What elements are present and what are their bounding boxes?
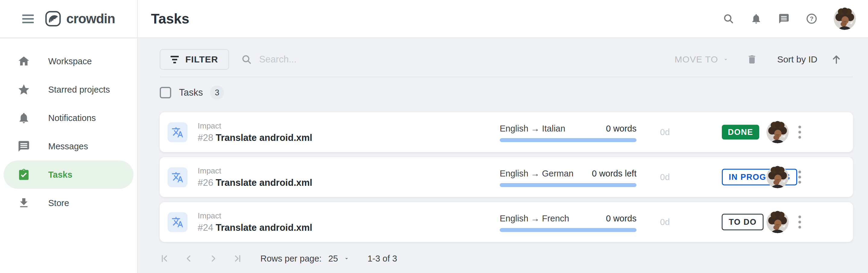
task-language-pair: English → French [500, 214, 569, 223]
move-to-label: MOVE TO [675, 54, 718, 64]
search-icon[interactable] [723, 13, 734, 24]
list-header: Tasks 3 [160, 86, 853, 99]
next-page-icon[interactable] [208, 253, 218, 264]
previous-page-icon[interactable] [184, 253, 194, 264]
task-id: #28 [198, 132, 213, 143]
task-duration: 0d [660, 127, 670, 137]
assignee-avatar[interactable] [767, 166, 789, 188]
main-content: FILTER MOVE TO Sort by ID [138, 38, 868, 273]
brand-wordmark: crowdin [66, 11, 115, 26]
move-to-dropdown[interactable]: MOVE TO [675, 54, 729, 64]
assignee-avatar[interactable] [767, 211, 789, 233]
task-progress-block: English → German 0 words left [500, 169, 637, 187]
chevron-down-icon[interactable] [343, 255, 350, 262]
task-row[interactable]: Impact #24Translate android.xml English … [160, 202, 853, 242]
sidebar-item-label: Starred projects [48, 85, 110, 95]
rows-per-page-select[interactable]: 25 [328, 254, 338, 264]
task-duration: 0d [660, 217, 670, 227]
filter-icon [170, 56, 179, 63]
pagination-range: 1-3 of 3 [367, 254, 397, 264]
row-menu-icon[interactable] [797, 124, 803, 141]
task-id: #24 [198, 222, 213, 233]
sidebar-item-notifications[interactable]: Notifications [4, 104, 133, 132]
sidebar-item-label: Messages [48, 141, 88, 152]
task-title: Translate android.xml [216, 222, 312, 233]
progress-bar [500, 228, 637, 232]
first-page-icon[interactable] [160, 253, 170, 264]
progress-bar [500, 138, 637, 142]
home-icon [18, 55, 30, 67]
topbar-brand-area: crowdin [0, 0, 138, 37]
download-icon [18, 197, 30, 209]
last-page-icon[interactable] [232, 253, 242, 264]
task-progress-block: English → French 0 words [500, 214, 637, 232]
progress-track [500, 138, 637, 142]
sidebar-item-label: Notifications [48, 113, 96, 123]
bell-icon[interactable] [750, 13, 762, 24]
progress-track [500, 183, 637, 187]
filter-label: FILTER [185, 54, 218, 64]
top-bar: crowdin Tasks ? [0, 0, 868, 38]
task-words-count: 0 words [606, 124, 637, 134]
sidebar-item-label: Workspace [48, 56, 92, 66]
select-all-checkbox[interactable] [160, 87, 171, 98]
task-list: Impact #28Translate android.xml English … [160, 112, 853, 242]
sidebar-item-tasks[interactable]: Tasks [4, 161, 133, 189]
sort-by-button[interactable]: Sort by ID [777, 54, 817, 64]
sidebar-item-messages[interactable]: Messages [4, 132, 133, 161]
task-info: Impact #24Translate android.xml [167, 211, 312, 233]
task-row[interactable]: Impact #26Translate android.xml English … [160, 157, 853, 197]
help-icon[interactable]: ? [806, 13, 817, 24]
toolbar-divider [160, 77, 853, 77]
rows-per-page-label: Rows per page: [260, 254, 321, 264]
translate-task-icon [167, 122, 187, 142]
topbar-main: Tasks ? [138, 0, 868, 37]
star-icon [18, 83, 30, 96]
toolbar: FILTER MOVE TO Sort by ID [160, 49, 853, 70]
row-menu-icon[interactable] [797, 169, 803, 186]
bell-icon [18, 112, 30, 124]
task-meta: Impact #28Translate android.xml [198, 121, 312, 143]
sort-direction-icon[interactable] [831, 54, 842, 65]
menu-icon[interactable] [22, 12, 34, 25]
task-row[interactable]: Impact #28Translate android.xml English … [160, 112, 853, 152]
task-project: Impact [198, 211, 312, 220]
task-language-pair: English → German [500, 169, 574, 179]
task-progress-block: English → Italian 0 words [500, 124, 637, 142]
search-input[interactable] [259, 54, 428, 65]
translate-task-icon [167, 167, 187, 187]
trash-icon[interactable] [747, 54, 757, 65]
sidebar: Workspace Starred projects Notifications… [0, 38, 138, 273]
task-title: Translate android.xml [216, 132, 312, 143]
row-menu-icon[interactable] [797, 214, 803, 230]
user-avatar[interactable] [834, 7, 856, 30]
progress-track [500, 228, 637, 232]
sidebar-item-store[interactable]: Store [4, 189, 133, 217]
task-meta: Impact #24Translate android.xml [198, 211, 312, 233]
task-title: Translate android.xml [216, 178, 312, 188]
clipboard-check-icon [18, 168, 30, 181]
messages-icon[interactable] [778, 13, 789, 24]
list-title: Tasks [179, 87, 203, 98]
assignee-avatar[interactable] [767, 121, 789, 143]
sidebar-item-label: Store [48, 198, 69, 208]
crowdin-logo[interactable]: crowdin [44, 10, 115, 27]
task-words-count: 0 words left [592, 169, 637, 179]
pagination: Rows per page: 25 1-3 of 3 [160, 253, 853, 264]
chevron-down-icon [722, 56, 729, 63]
toolbar-right: MOVE TO Sort by ID [675, 54, 842, 65]
sidebar-item-starred-projects[interactable]: Starred projects [4, 75, 133, 104]
task-id: #26 [198, 178, 213, 188]
topbar-actions: ? [723, 7, 856, 30]
chat-icon [18, 140, 30, 153]
translate-task-icon [167, 212, 187, 232]
task-duration: 0d [660, 172, 670, 182]
page-title: Tasks [151, 10, 189, 27]
sidebar-item-workspace[interactable]: Workspace [4, 47, 133, 75]
svg-text:?: ? [810, 16, 813, 22]
filter-button[interactable]: FILTER [160, 49, 229, 70]
task-words-count: 0 words [606, 214, 637, 223]
status-badge: DONE [722, 125, 759, 140]
progress-bar [500, 183, 637, 187]
task-language-pair: English → Italian [500, 124, 565, 134]
